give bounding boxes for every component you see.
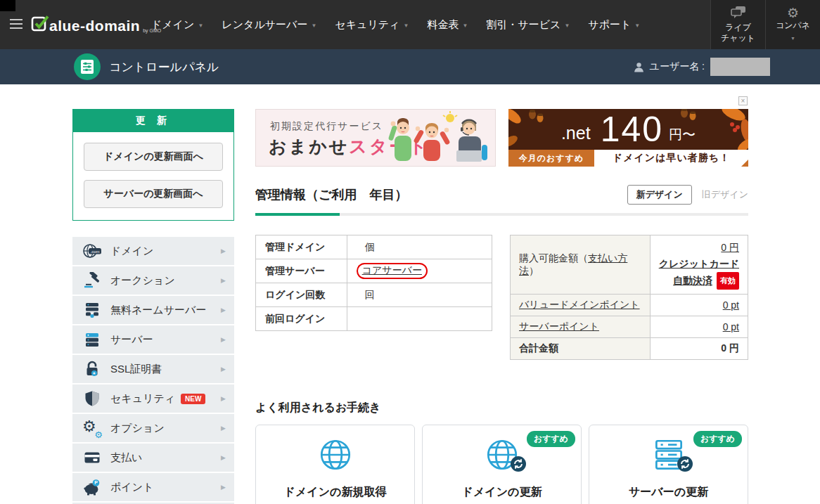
nav-item-discount-services[interactable]: 割引・サービス▼ bbox=[486, 18, 570, 32]
update-box: 更 新 ドメインの更新画面へ サーバーの更新画面へ bbox=[72, 109, 234, 221]
user-info: ユーザー名 : bbox=[633, 49, 770, 84]
globe-refresh-icon bbox=[482, 435, 522, 474]
sidebar-item-option[interactable]: ⚙⚙ オプション ▶ bbox=[72, 414, 234, 442]
banner-strip: 今月のおすすめ ドメインは早い者勝ち！ bbox=[508, 150, 748, 167]
domain-update-button[interactable]: ドメインの更新画面へ bbox=[84, 143, 223, 171]
security-shield-icon bbox=[82, 390, 102, 407]
chat-bubbles-icon bbox=[731, 6, 746, 22]
server-update-button[interactable]: サーバーの更新画面へ bbox=[84, 180, 223, 208]
close-icon[interactable]: × bbox=[738, 96, 748, 105]
caret-down-icon: ▼ bbox=[198, 22, 203, 29]
logo-checkbox-icon bbox=[31, 14, 49, 35]
svg-text:P: P bbox=[94, 480, 98, 485]
top-navigation: alue-domain by GMO ドメイン▼ レンタルサーバー▼ セキュリテ… bbox=[0, 0, 820, 49]
purchasable-amount-link[interactable]: 0 円 bbox=[721, 242, 739, 253]
table-row: サーバーポイント 0 pt bbox=[511, 316, 748, 338]
sidebar-item-server[interactable]: サーバー ▶ bbox=[72, 325, 234, 354]
management-info-heading: 管理情報（ご利用 年目） bbox=[255, 186, 407, 203]
chevron-right-icon: ▶ bbox=[221, 247, 226, 254]
banner-subtitle: 初期設定代行サービス bbox=[270, 120, 383, 133]
caret-down-icon: ▼ bbox=[790, 33, 795, 44]
caret-down-icon: ▼ bbox=[403, 22, 409, 29]
sidebar-item-auction[interactable]: オークション ▶ bbox=[72, 266, 234, 295]
page-title: コントロールパネル bbox=[109, 59, 219, 75]
total-amount-value: 0 円 bbox=[650, 338, 748, 360]
main-panel: × 初期設定代行サービス おまかせスタート bbox=[255, 84, 748, 504]
banner-price: 140 bbox=[601, 109, 663, 150]
sidebar-item-point[interactable]: P ポイント ▶ bbox=[72, 473, 234, 501]
chevron-right-icon: ▶ bbox=[221, 366, 226, 373]
table-row: バリュードメインポイント 0 pt bbox=[511, 295, 748, 316]
top-menu: ドメイン▼ レンタルサーバー▼ セキュリティ▼ 料金表▼ 割引・サービス▼ サポ… bbox=[151, 0, 640, 49]
sidebar-item-free-nameserver[interactable]: 無料ネームサーバー ▶ bbox=[72, 296, 234, 324]
banner-tld: .net bbox=[561, 123, 591, 143]
credit-card-link[interactable]: クレジットカード bbox=[659, 258, 739, 269]
control-panel-page: alue-domain by GMO ドメイン▼ レンタルサーバー▼ セキュリテ… bbox=[0, 0, 820, 504]
table-row: 管理サーバー コアサーバー bbox=[256, 259, 492, 283]
chevron-right-icon: ▶ bbox=[221, 306, 226, 314]
auction-gavel-icon bbox=[82, 272, 102, 289]
nav-item-security[interactable]: セキュリティ▼ bbox=[335, 18, 409, 32]
sidebar: 更 新 ドメインの更新画面へ サーバーの更新画面へ .com ドメイン ▶ オー… bbox=[72, 109, 234, 504]
info-tables-row: 管理ドメイン 個 管理サーバー コアサーバー ログイン回数 回 前回ログイン bbox=[255, 235, 748, 360]
sidebar-item-domain[interactable]: .com ドメイン ▶ bbox=[72, 237, 234, 265]
refresh-icon bbox=[677, 456, 693, 474]
value-domain-points-link[interactable]: バリュードメインポイント bbox=[519, 299, 640, 310]
refresh-icon bbox=[511, 456, 526, 474]
conpane-button[interactable]: ⚙ コンパネ ▼ bbox=[765, 0, 820, 49]
dotnet-promo-banner[interactable]: .net 140 円〜 今月のおすすめ ドメインは早い者勝ち！ bbox=[508, 109, 748, 167]
chevron-right-icon: ▶ bbox=[221, 336, 226, 343]
caret-down-icon: ▼ bbox=[462, 22, 468, 29]
server-points-value-link[interactable]: 0 pt bbox=[723, 321, 739, 332]
table-row: ログイン回数 回 bbox=[256, 283, 492, 307]
omakase-start-banner[interactable]: 初期設定代行サービス おまかせスタート bbox=[255, 109, 496, 167]
new-design-button[interactable]: 新デザイン bbox=[627, 185, 692, 205]
user-name-label: ユーザー名 : bbox=[650, 60, 705, 73]
control-panel-header: コントロールパネル ユーザー名 : bbox=[0, 49, 820, 84]
chevron-right-icon: ▶ bbox=[221, 454, 226, 461]
coreserver-link[interactable]: コアサーバー bbox=[362, 264, 422, 276]
nav-item-rental-server[interactable]: レンタルサーバー▼ bbox=[222, 18, 316, 32]
card-server-renew[interactable]: おすすめ サーバーの更新 bbox=[589, 425, 748, 504]
server-icon bbox=[82, 331, 102, 348]
recommend-badge: おすすめ bbox=[693, 431, 742, 447]
caret-down-icon: ▼ bbox=[634, 22, 640, 29]
table-row: 前回ログイン bbox=[256, 307, 492, 331]
sidebar-item-ssl[interactable]: SSL証明書 ▶ bbox=[72, 355, 234, 383]
nav-item-pricing[interactable]: 料金表▼ bbox=[427, 18, 468, 32]
active-badge: 有効 bbox=[717, 272, 739, 290]
auto-payment-link[interactable]: 自動決済 bbox=[673, 275, 712, 286]
top-nav-tools: ライブ チャット ⚙ コンパネ ▼ bbox=[710, 0, 820, 49]
sidebar-item-security[interactable]: セキュリティ NEW ▶ bbox=[72, 385, 234, 413]
nav-item-support[interactable]: サポート▼ bbox=[588, 18, 640, 32]
chevron-right-icon: ▶ bbox=[221, 395, 226, 402]
nav-item-domain[interactable]: ドメイン▼ bbox=[151, 18, 203, 32]
globe-icon bbox=[316, 435, 355, 474]
banner-ribbon: 今月のおすすめ bbox=[508, 150, 594, 167]
card-domain-register[interactable]: ドメインの新規取得 bbox=[255, 425, 415, 504]
banner-row: 初期設定代行サービス おまかせスタート bbox=[255, 109, 748, 167]
user-icon bbox=[633, 61, 645, 73]
new-badge: NEW bbox=[181, 394, 205, 404]
brand-logo[interactable]: alue-domain by GMO bbox=[31, 14, 161, 35]
caret-down-icon: ▼ bbox=[311, 22, 316, 29]
payment-card-icon bbox=[82, 449, 102, 466]
caret-down-icon: ▼ bbox=[564, 22, 570, 29]
domain-globe-icon: .com bbox=[82, 243, 102, 259]
total-amount-label: 合計金額 bbox=[511, 338, 651, 360]
points-piggy-icon: P bbox=[82, 479, 102, 496]
card-domain-renew[interactable]: おすすめ ドメインの更新 bbox=[422, 425, 582, 504]
banner-caption: ドメインは早い者勝ち！ bbox=[594, 150, 748, 167]
procedures-heading: よく利用されるお手続き bbox=[255, 401, 748, 415]
old-design-link[interactable]: 旧デザイン bbox=[702, 188, 748, 201]
content-area: 更 新 ドメインの更新画面へ サーバーの更新画面へ .com ドメイン ▶ オー… bbox=[0, 84, 820, 504]
value-domain-points-value-link[interactable]: 0 pt bbox=[723, 299, 739, 311]
table-row: 管理ドメイン 個 bbox=[256, 235, 492, 259]
server-points-link[interactable]: サーバーポイント bbox=[519, 321, 599, 332]
table-row: 購入可能金額（支払い方法） 0 円 クレジットカード 自動決済有効 bbox=[511, 235, 748, 295]
hamburger-menu-icon[interactable] bbox=[10, 19, 23, 30]
chevron-right-icon: ▶ bbox=[221, 425, 226, 432]
free-nameserver-icon bbox=[82, 302, 102, 318]
sidebar-item-payment[interactable]: 支払い ▶ bbox=[72, 444, 234, 472]
live-chat-button[interactable]: ライブ チャット bbox=[710, 0, 765, 49]
